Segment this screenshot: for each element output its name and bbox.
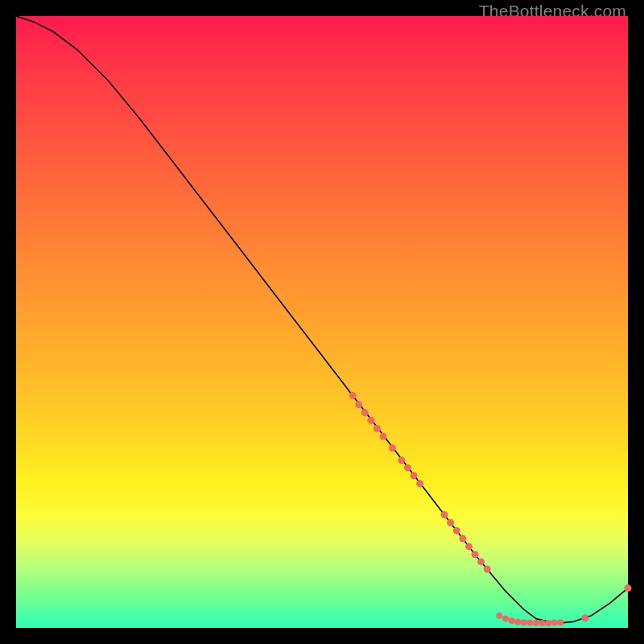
plot-area (16, 16, 628, 628)
data-marker (367, 417, 374, 424)
data-marker (521, 619, 527, 625)
data-marker (484, 566, 491, 573)
chart-svg (16, 16, 628, 628)
data-marker (411, 472, 418, 479)
data-markers (349, 392, 632, 626)
data-marker (472, 551, 479, 558)
data-marker (551, 620, 558, 626)
data-marker (389, 444, 396, 452)
data-marker (453, 527, 460, 535)
data-marker (557, 619, 564, 625)
data-marker (477, 558, 485, 565)
data-marker (509, 617, 515, 624)
data-marker (374, 425, 381, 432)
data-marker (625, 584, 632, 592)
data-marker (380, 433, 387, 440)
data-marker (465, 543, 473, 550)
data-marker (496, 613, 502, 619)
data-marker (459, 535, 466, 543)
data-marker (539, 620, 546, 626)
data-marker (533, 620, 539, 626)
chart-stage: TheBottleneck.com (0, 0, 644, 644)
data-marker (361, 409, 369, 416)
data-marker (398, 456, 405, 464)
data-marker (441, 511, 448, 518)
data-marker (416, 480, 423, 487)
data-marker (447, 519, 454, 526)
data-marker (581, 614, 588, 621)
data-marker (545, 620, 551, 626)
data-marker (349, 392, 357, 399)
bottleneck-curve-line (16, 16, 628, 623)
data-marker (514, 618, 521, 625)
data-marker (355, 401, 362, 408)
data-marker (526, 620, 533, 626)
data-marker (502, 616, 509, 622)
data-marker (404, 464, 411, 471)
